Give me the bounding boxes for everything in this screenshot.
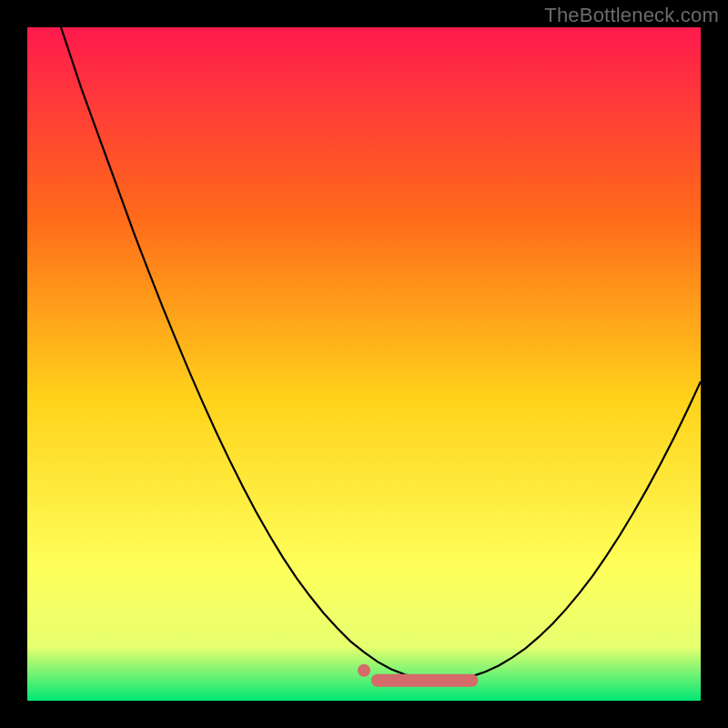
gradient-background [27, 27, 701, 701]
watermark: TheBottleneck.com [544, 4, 719, 27]
chart-area [27, 27, 701, 701]
app-frame: TheBottleneck.com [0, 0, 728, 728]
bottleneck-chart [27, 27, 701, 701]
marker-dot [358, 664, 370, 677]
